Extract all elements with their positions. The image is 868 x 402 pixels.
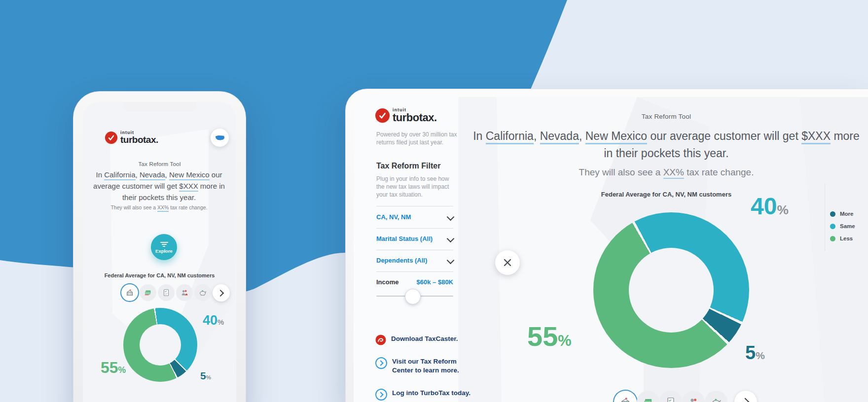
donut-hole: [629, 248, 714, 333]
download-taxcaster-link[interactable]: Download TaxCaster.: [375, 335, 465, 345]
legend-dot-less: [830, 236, 835, 241]
close-button[interactable]: [495, 250, 520, 275]
amount-placeholder: $XXX: [801, 130, 831, 144]
tool-title: Tax Reform Tool: [83, 161, 236, 167]
headline: In California, Nevada, New Mexico our av…: [89, 169, 229, 203]
chart-title: Federal Average for CA, NV, NM customers: [469, 191, 864, 198]
category-icon-row: [121, 284, 230, 302]
pct-placeholder: XX%: [157, 204, 169, 212]
family-icon: [687, 396, 699, 402]
income-row: Income $60k – $80K: [376, 278, 453, 286]
dropdown-dependents[interactable]: Dependents (All): [376, 257, 453, 264]
donut-hole: [140, 324, 181, 366]
dropdown-states[interactable]: CA, NV, NM: [376, 213, 453, 221]
label-less-pct: 55%: [101, 360, 126, 375]
link-california[interactable]: California: [486, 130, 534, 144]
bank-icon: [125, 288, 134, 297]
link-new-mexico[interactable]: New Mexico: [169, 170, 210, 180]
category-family-button[interactable]: [176, 284, 193, 301]
tablet-mockup: intuit turbotax. Powered by over 30 mill…: [345, 89, 868, 402]
link-california[interactable]: California: [104, 170, 135, 180]
taxcaster-icon: [375, 335, 386, 345]
phone-notch: [123, 102, 197, 111]
divider: [376, 271, 453, 272]
legend-divider: [825, 183, 825, 251]
checklist-icon: [665, 396, 677, 402]
chevron-down-icon: [447, 235, 455, 243]
turbotax-logo: intuit turbotax.: [105, 131, 158, 144]
category-icon-row: [614, 391, 757, 402]
tax-reform-center-link[interactable]: Visit our Tax Reform Center to learn mor…: [375, 357, 466, 375]
divider: [376, 250, 453, 250]
link-new-mexico[interactable]: New Mexico: [585, 130, 647, 144]
turbotax-check-icon: [105, 132, 117, 144]
category-savings-button[interactable]: [194, 284, 211, 301]
category-savings-button[interactable]: [705, 391, 727, 402]
subline: They will also see a XX% tax rate change…: [469, 167, 864, 178]
filter-icon: [160, 241, 168, 247]
label-same-pct: 40%: [203, 314, 224, 327]
cash-icon: [144, 288, 152, 297]
chevron-down-icon: [447, 213, 455, 221]
category-documents-button[interactable]: [659, 391, 682, 402]
usa-map-button[interactable]: [211, 129, 229, 147]
amount-placeholder: $XXX: [179, 182, 198, 192]
tablet-screen: intuit turbotax. Powered by over 30 mill…: [354, 97, 868, 402]
legend-dot-same: [830, 224, 835, 229]
category-money-button[interactable]: [637, 391, 659, 402]
more-categories-button[interactable]: [734, 391, 757, 402]
filter-title: Tax Reform Filter: [376, 162, 440, 170]
more-categories-button[interactable]: [213, 284, 230, 302]
turbotax-logo: intuit turbotax.: [375, 108, 437, 123]
divider: [376, 228, 453, 229]
category-home-button[interactable]: [614, 391, 637, 402]
category-documents-button[interactable]: [158, 284, 175, 301]
pct-placeholder: XX%: [663, 167, 684, 179]
checklist-icon: [162, 288, 171, 297]
link-nevada[interactable]: Nevada: [140, 170, 165, 180]
login-turbotax-link[interactable]: Log into TurboTax today.: [375, 389, 471, 401]
dropdown-marital-status[interactable]: Marital Status (All): [376, 235, 453, 242]
chevron-down-icon: [447, 257, 455, 265]
piggy-bank-icon: [198, 288, 207, 297]
chevron-right-icon: [217, 289, 224, 296]
slider-thumb[interactable]: [405, 289, 421, 304]
label-less-pct: 55%: [527, 323, 572, 350]
piggy-bank-icon: [710, 396, 722, 402]
tool-title: Tax Reform Tool: [469, 113, 864, 120]
label-more-pct: 5%: [745, 343, 765, 362]
circled-chevron-icon: [375, 357, 387, 369]
close-icon: [503, 258, 512, 267]
page: intuit turbotax. Tax Reform Tool In Cali…: [0, 0, 868, 402]
link-nevada[interactable]: Nevada: [540, 130, 579, 144]
turbotax-wordmark: turbotax.: [393, 112, 437, 123]
filter-description: Plug in your info to see how the new tax…: [376, 175, 456, 199]
tagline: Powered by over 30 million tax returns f…: [376, 131, 459, 146]
filter-sidebar: intuit turbotax. Powered by over 30 mill…: [354, 97, 458, 402]
explore-button[interactable]: Explore: [151, 234, 177, 260]
chart-title: Federal Average for CA, NV, NM customers: [83, 272, 236, 278]
category-home-button[interactable]: [121, 284, 138, 301]
income-label: Income: [376, 278, 399, 286]
phone-mockup: intuit turbotax. Tax Reform Tool In Cali…: [73, 91, 246, 402]
turbotax-check-icon: [375, 108, 390, 123]
cash-icon: [642, 396, 654, 402]
category-money-button[interactable]: [140, 284, 156, 301]
label-same-pct: 40%: [751, 195, 789, 218]
usa-map-icon: [215, 134, 225, 141]
label-more-pct: 5%: [200, 370, 211, 381]
circled-chevron-icon: [375, 389, 387, 401]
income-slider[interactable]: [376, 296, 453, 297]
bank-icon: [619, 396, 631, 402]
headline: In California, Nevada, New Mexico our av…: [469, 128, 864, 162]
turbotax-wordmark: turbotax.: [120, 135, 158, 144]
legend-item-more: More: [830, 211, 853, 217]
family-icon: [180, 288, 189, 297]
phone-screen: intuit turbotax. Tax Reform Tool In Cali…: [83, 102, 236, 402]
divider: [376, 206, 453, 206]
legend-dot-more: [830, 211, 835, 217]
subline: They will also see a XX% tax rate change…: [89, 204, 229, 210]
legend-item-less: Less: [830, 235, 853, 241]
category-family-button[interactable]: [682, 391, 705, 402]
chevron-right-icon: [741, 398, 749, 402]
